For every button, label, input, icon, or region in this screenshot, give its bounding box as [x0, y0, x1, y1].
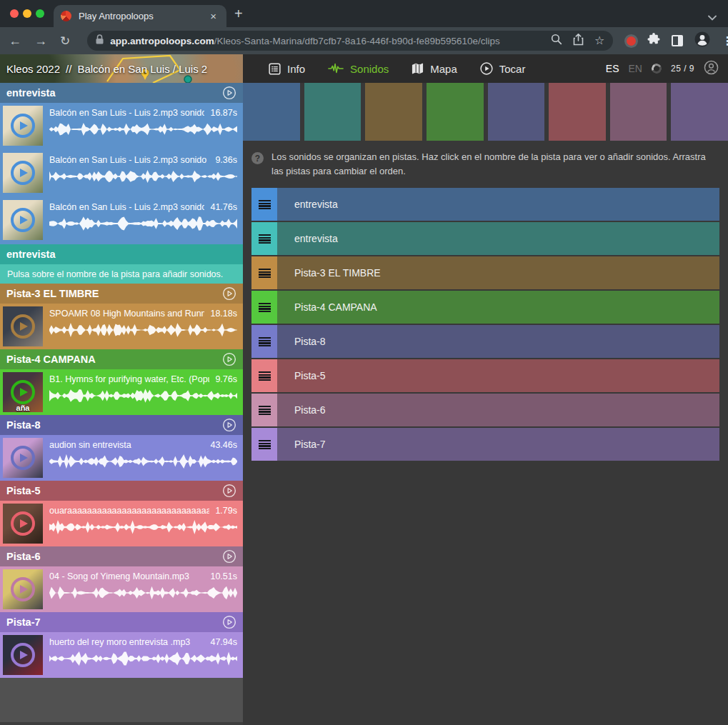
account-icon[interactable] [704, 60, 719, 78]
track-row[interactable]: Pista-5 [251, 359, 719, 392]
track-section-header[interactable]: Pista-3 EL TIMBRE [0, 284, 243, 304]
clip-thumbnail[interactable] [3, 153, 43, 193]
audio-clip[interactable]: añaB1. Hymns for purifying water, Etc. (… [0, 369, 243, 415]
close-window-button[interactable] [10, 9, 19, 18]
audio-clip[interactable]: Balcón en San Luis - Luis 2.mp3 sonido h… [0, 150, 243, 197]
audio-clip[interactable]: audion sin entrevista43.46s [0, 435, 243, 481]
track-drag-handle[interactable] [251, 359, 277, 392]
section-play-button[interactable] [222, 286, 236, 301]
track-name-button[interactable]: Pista-5 [277, 359, 719, 392]
clip-play-icon[interactable] [11, 577, 35, 601]
section-play-button[interactable] [222, 352, 236, 366]
clip-thumbnail[interactable] [3, 569, 43, 609]
track-row[interactable]: Pista-8 [251, 325, 719, 358]
tab-tocar[interactable]: Tocar [480, 62, 526, 75]
tab-search-chevron-icon[interactable] [708, 11, 717, 24]
browser-menu-icon[interactable]: ⋮ [722, 34, 728, 48]
section-play-button[interactable] [222, 615, 236, 629]
audio-clip[interactable]: Balcón en San Luis - Luis 2.mp3 sonido h… [0, 197, 243, 244]
track-drag-handle[interactable] [251, 291, 277, 324]
track-name-button[interactable]: Pista-4 CAMPANA [277, 291, 719, 324]
audio-clip[interactable]: ouaraaaaaaaaaaaaaaaaaaaaaaaaaaaaaaaaaa..… [0, 501, 243, 546]
clip-thumbnail[interactable] [3, 200, 43, 240]
section-play-button[interactable] [222, 86, 236, 100]
audio-clip[interactable]: Balcón en San Luis - Luis 2.mp3 sonido h… [0, 103, 243, 150]
browser-tab[interactable]: Play Antropoloops × [54, 5, 226, 27]
clip-play-icon[interactable] [11, 114, 35, 138]
clip-thumbnail[interactable] [3, 106, 43, 146]
extensions-puzzle-icon[interactable] [647, 33, 660, 49]
clip-play-icon[interactable] [11, 446, 35, 470]
clip-thumbnail[interactable] [3, 504, 43, 544]
track-drag-handle[interactable] [251, 188, 277, 221]
back-button[interactable]: ← [9, 34, 21, 47]
tab-info[interactable]: Info [269, 63, 305, 75]
clip-play-icon[interactable] [11, 161, 35, 185]
clip-play-icon[interactable] [11, 314, 35, 339]
audio-clip[interactable]: huerto del rey moro entrevista .mp347.94… [0, 632, 243, 678]
profile-avatar-icon[interactable] [694, 31, 710, 50]
track-name-button[interactable]: Pista-6 [277, 394, 719, 426]
recording-extension-icon[interactable] [627, 36, 636, 46]
section-play-button[interactable] [222, 484, 236, 498]
track-section-header[interactable]: entrevista [0, 83, 243, 103]
side-panel-icon[interactable] [672, 35, 683, 46]
breadcrumb-project[interactable]: Kleos 2022 [6, 63, 60, 75]
tab-sonidos[interactable]: Sonidos [328, 63, 389, 75]
audio-clip[interactable]: SPOAMR 08 High Mountains and Running ...… [0, 304, 243, 349]
zoom-icon[interactable] [551, 34, 562, 48]
clip-play-icon[interactable] [11, 208, 35, 232]
reload-button[interactable]: ↻ [60, 35, 70, 47]
maximize-window-button[interactable] [36, 9, 44, 18]
audio-clip[interactable]: 04 - Song of Yimeng Mountain.mp310.51s [0, 566, 243, 612]
track-section-header[interactable]: Pista-7 [0, 612, 243, 632]
track-drag-handle[interactable] [251, 256, 277, 289]
track-name-button[interactable]: entrevista [277, 222, 719, 255]
add-sounds-hint: Pulsa sobre el nombre de la pista para a… [0, 264, 243, 284]
language-en-button[interactable]: EN [629, 63, 642, 74]
clip-thumbnail[interactable] [3, 306, 43, 346]
track-row[interactable]: Pista-6 [251, 394, 719, 426]
share-icon[interactable] [573, 34, 584, 49]
bookmark-star-icon[interactable]: ☆ [594, 35, 604, 46]
address-bar[interactable]: app.antropoloops.com/Kleos-Santa-Marina/… [87, 31, 613, 51]
track-section-header[interactable]: entrevista [0, 244, 243, 264]
forward-button[interactable]: → [34, 34, 47, 47]
section-play-button[interactable] [222, 418, 236, 432]
track-name-button[interactable]: Pista-8 [277, 325, 719, 358]
track-name-button[interactable]: Pista-3 EL TIMBRE [277, 256, 719, 289]
track-row[interactable]: Pista-7 [251, 428, 719, 461]
track-drag-handle[interactable] [251, 325, 277, 358]
clip-play-icon[interactable] [11, 380, 35, 404]
track-drag-handle[interactable] [251, 394, 277, 426]
clip-thumbnail[interactable]: aña [3, 372, 43, 412]
language-es-button[interactable]: ES [606, 63, 619, 74]
track-section-header[interactable]: Pista-6 [0, 546, 243, 566]
track-drag-handle[interactable] [251, 428, 277, 461]
track-name-button[interactable]: entrevista [277, 188, 719, 221]
clip-waveform [49, 585, 237, 601]
track-section-header[interactable]: Pista-4 CAMPANA [0, 349, 243, 369]
track-section-header[interactable]: Pista-8 [0, 415, 243, 435]
clip-waveform [49, 519, 237, 535]
browser-toolbar: ← → ↻ app.antropoloops.com/Kleos-Santa-M… [0, 27, 728, 54]
track-row[interactable]: Pista-4 CAMPANA [251, 291, 719, 324]
tab-mapa[interactable]: Mapa [412, 63, 457, 75]
section-play-button[interactable] [222, 549, 236, 564]
new-tab-button[interactable]: + [234, 6, 243, 22]
project-map-thumbnail[interactable]: Kleos 2022 // Balcón en San Luis / Luis … [0, 54, 243, 83]
tab-close-icon[interactable]: × [207, 9, 219, 23]
track-row[interactable]: entrevista [251, 222, 719, 255]
track-row[interactable]: entrevista [251, 188, 719, 221]
minimize-window-button[interactable] [23, 9, 31, 18]
track-drag-handle[interactable] [251, 222, 277, 255]
sidebar-track-section: Pista-5ouaraaaaaaaaaaaaaaaaaaaaaaaaaaaaa… [0, 481, 243, 546]
clip-play-icon[interactable] [11, 643, 35, 667]
help-row: ? Los sonidos se organizan en pistas. Ha… [251, 150, 718, 179]
clip-play-icon[interactable] [11, 511, 35, 536]
track-row[interactable]: Pista-3 EL TIMBRE [251, 256, 719, 289]
track-name-button[interactable]: Pista-7 [277, 428, 719, 461]
clip-thumbnail[interactable] [3, 438, 43, 478]
clip-thumbnail[interactable] [3, 635, 43, 675]
track-section-header[interactable]: Pista-5 [0, 481, 243, 501]
